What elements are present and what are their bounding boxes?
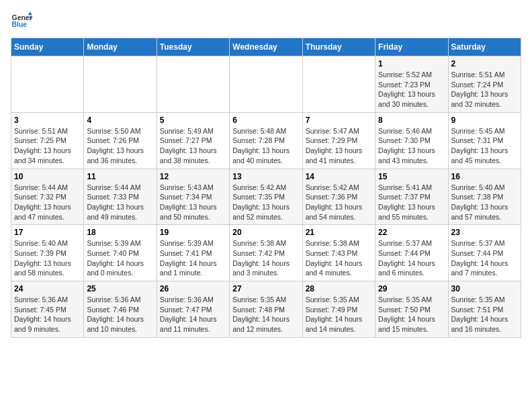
day-number: 10 <box>14 172 81 181</box>
weekday-header: Monday <box>84 38 157 56</box>
calendar-day: 29Sunrise: 5:35 AM Sunset: 7:50 PM Dayli… <box>375 281 448 338</box>
calendar-week: 24Sunrise: 5:36 AM Sunset: 7:45 PM Dayli… <box>11 281 521 338</box>
day-info: Sunrise: 5:35 AM Sunset: 7:50 PM Dayligh… <box>378 295 445 334</box>
day-number: 1 <box>378 59 445 68</box>
calendar-day: 9Sunrise: 5:45 AM Sunset: 7:31 PM Daylig… <box>448 112 521 169</box>
calendar-day: 17Sunrise: 5:40 AM Sunset: 7:39 PM Dayli… <box>11 225 84 281</box>
calendar-day <box>157 56 229 113</box>
day-info: Sunrise: 5:37 AM Sunset: 7:44 PM Dayligh… <box>378 238 445 278</box>
day-info: Sunrise: 5:51 AM Sunset: 7:24 PM Dayligh… <box>451 70 518 109</box>
day-info: Sunrise: 5:45 AM Sunset: 7:31 PM Dayligh… <box>451 126 518 166</box>
day-info: Sunrise: 5:43 AM Sunset: 7:34 PM Dayligh… <box>160 183 226 222</box>
day-number: 22 <box>378 228 445 237</box>
weekday-header: Sunday <box>11 38 84 56</box>
day-number: 8 <box>378 116 445 125</box>
weekday-header: Wednesday <box>230 38 302 56</box>
calendar-day: 19Sunrise: 5:39 AM Sunset: 7:41 PM Dayli… <box>157 225 229 281</box>
calendar-day: 26Sunrise: 5:36 AM Sunset: 7:47 PM Dayli… <box>157 281 229 338</box>
day-number: 23 <box>451 228 518 237</box>
day-info: Sunrise: 5:36 AM Sunset: 7:46 PM Dayligh… <box>87 295 153 334</box>
day-info: Sunrise: 5:42 AM Sunset: 7:36 PM Dayligh… <box>306 183 372 222</box>
page-header: General Blue <box>11 11 521 32</box>
calendar-day: 2Sunrise: 5:51 AM Sunset: 7:24 PM Daylig… <box>448 56 521 113</box>
day-number: 30 <box>451 284 518 293</box>
day-info: Sunrise: 5:51 AM Sunset: 7:25 PM Dayligh… <box>14 126 81 166</box>
calendar-day: 16Sunrise: 5:40 AM Sunset: 7:38 PM Dayli… <box>448 169 521 225</box>
calendar-body: 1Sunrise: 5:52 AM Sunset: 7:23 PM Daylig… <box>11 56 521 338</box>
day-info: Sunrise: 5:50 AM Sunset: 7:26 PM Dayligh… <box>87 126 153 166</box>
day-number: 18 <box>87 228 153 237</box>
day-number: 20 <box>232 228 299 237</box>
day-info: Sunrise: 5:41 AM Sunset: 7:37 PM Dayligh… <box>378 183 445 222</box>
day-number: 27 <box>232 284 299 293</box>
calendar-day <box>302 56 375 113</box>
day-info: Sunrise: 5:40 AM Sunset: 7:39 PM Dayligh… <box>14 238 81 278</box>
calendar-day: 12Sunrise: 5:43 AM Sunset: 7:34 PM Dayli… <box>157 169 229 225</box>
weekday-header: Thursday <box>302 38 375 56</box>
logo: General Blue <box>11 11 32 32</box>
calendar-week: 10Sunrise: 5:44 AM Sunset: 7:32 PM Dayli… <box>11 169 521 225</box>
calendar-day <box>84 56 157 113</box>
day-number: 19 <box>160 228 226 237</box>
day-info: Sunrise: 5:38 AM Sunset: 7:43 PM Dayligh… <box>306 238 372 278</box>
day-info: Sunrise: 5:35 AM Sunset: 7:51 PM Dayligh… <box>451 295 518 334</box>
calendar-day: 11Sunrise: 5:44 AM Sunset: 7:33 PM Dayli… <box>84 169 157 225</box>
calendar-day: 14Sunrise: 5:42 AM Sunset: 7:36 PM Dayli… <box>302 169 375 225</box>
calendar-day: 30Sunrise: 5:35 AM Sunset: 7:51 PM Dayli… <box>448 281 521 338</box>
calendar-day: 6Sunrise: 5:48 AM Sunset: 7:28 PM Daylig… <box>230 112 302 169</box>
calendar-week: 17Sunrise: 5:40 AM Sunset: 7:39 PM Dayli… <box>11 225 521 281</box>
calendar-day: 13Sunrise: 5:42 AM Sunset: 7:35 PM Dayli… <box>230 169 302 225</box>
day-number: 28 <box>306 284 372 293</box>
day-info: Sunrise: 5:48 AM Sunset: 7:28 PM Dayligh… <box>232 126 299 166</box>
day-number: 12 <box>160 172 226 181</box>
day-info: Sunrise: 5:36 AM Sunset: 7:47 PM Dayligh… <box>160 295 226 334</box>
day-number: 5 <box>160 116 226 125</box>
calendar-day: 28Sunrise: 5:35 AM Sunset: 7:49 PM Dayli… <box>302 281 375 338</box>
day-info: Sunrise: 5:36 AM Sunset: 7:45 PM Dayligh… <box>14 295 81 334</box>
day-number: 14 <box>306 172 372 181</box>
day-number: 3 <box>14 116 81 125</box>
day-number: 29 <box>378 284 445 293</box>
calendar-day: 27Sunrise: 5:35 AM Sunset: 7:48 PM Dayli… <box>230 281 302 338</box>
day-info: Sunrise: 5:35 AM Sunset: 7:49 PM Dayligh… <box>306 295 372 334</box>
calendar-table: SundayMondayTuesdayWednesdayThursdayFrid… <box>11 38 521 338</box>
day-info: Sunrise: 5:46 AM Sunset: 7:30 PM Dayligh… <box>378 126 445 166</box>
calendar-day: 22Sunrise: 5:37 AM Sunset: 7:44 PM Dayli… <box>375 225 448 281</box>
day-number: 11 <box>87 172 153 181</box>
day-info: Sunrise: 5:47 AM Sunset: 7:29 PM Dayligh… <box>306 126 372 166</box>
calendar-day: 1Sunrise: 5:52 AM Sunset: 7:23 PM Daylig… <box>375 56 448 113</box>
svg-marker-2 <box>28 12 32 15</box>
calendar-day <box>230 56 302 113</box>
calendar-day: 20Sunrise: 5:38 AM Sunset: 7:42 PM Dayli… <box>230 225 302 281</box>
calendar-week: 1Sunrise: 5:52 AM Sunset: 7:23 PM Daylig… <box>11 56 521 113</box>
day-info: Sunrise: 5:44 AM Sunset: 7:32 PM Dayligh… <box>14 183 81 222</box>
day-info: Sunrise: 5:39 AM Sunset: 7:41 PM Dayligh… <box>160 238 226 278</box>
day-info: Sunrise: 5:38 AM Sunset: 7:42 PM Dayligh… <box>232 238 299 278</box>
day-number: 17 <box>14 228 81 237</box>
day-info: Sunrise: 5:44 AM Sunset: 7:33 PM Dayligh… <box>87 183 153 222</box>
calendar-day: 23Sunrise: 5:37 AM Sunset: 7:44 PM Dayli… <box>448 225 521 281</box>
svg-text:Blue: Blue <box>12 21 28 28</box>
day-number: 7 <box>306 116 372 125</box>
calendar-day: 21Sunrise: 5:38 AM Sunset: 7:43 PM Dayli… <box>302 225 375 281</box>
day-number: 16 <box>451 172 518 181</box>
calendar-day: 15Sunrise: 5:41 AM Sunset: 7:37 PM Dayli… <box>375 169 448 225</box>
calendar-day: 18Sunrise: 5:39 AM Sunset: 7:40 PM Dayli… <box>84 225 157 281</box>
day-info: Sunrise: 5:40 AM Sunset: 7:38 PM Dayligh… <box>451 183 518 222</box>
calendar-header: SundayMondayTuesdayWednesdayThursdayFrid… <box>11 38 521 56</box>
day-info: Sunrise: 5:39 AM Sunset: 7:40 PM Dayligh… <box>87 238 153 278</box>
day-info: Sunrise: 5:37 AM Sunset: 7:44 PM Dayligh… <box>451 238 518 278</box>
calendar-week: 3Sunrise: 5:51 AM Sunset: 7:25 PM Daylig… <box>11 112 521 169</box>
day-number: 21 <box>306 228 372 237</box>
day-number: 4 <box>87 116 153 125</box>
weekday-header: Tuesday <box>157 38 229 56</box>
weekday-header: Friday <box>375 38 448 56</box>
day-number: 2 <box>451 59 518 68</box>
day-number: 6 <box>232 116 299 125</box>
calendar-day: 5Sunrise: 5:49 AM Sunset: 7:27 PM Daylig… <box>157 112 229 169</box>
day-number: 25 <box>87 284 153 293</box>
day-number: 13 <box>232 172 299 181</box>
day-info: Sunrise: 5:52 AM Sunset: 7:23 PM Dayligh… <box>378 70 445 109</box>
day-info: Sunrise: 5:49 AM Sunset: 7:27 PM Dayligh… <box>160 126 226 166</box>
day-number: 9 <box>451 116 518 125</box>
